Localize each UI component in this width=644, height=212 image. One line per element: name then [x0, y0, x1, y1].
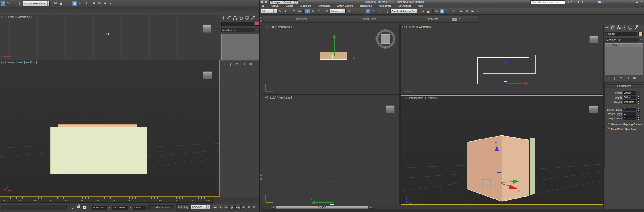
viewport-left[interactable]: [ + ] [ Left ] [ Wireframe ] Y — [262, 95, 399, 205]
select-and-rotate-icon[interactable]: ↻ — [311, 9, 316, 14]
previous-frame-button[interactable]: ◀| — [218, 205, 223, 210]
help-chevron-icon[interactable]: ▾ — [602, 1, 603, 3]
select-object-icon[interactable]: ↖ — [278, 9, 283, 14]
gizmo-z-axis-arrow[interactable] — [506, 63, 506, 83]
param-spinner[interactable]: ▲▼ — [637, 91, 640, 95]
param-spinner[interactable]: ▲▼ — [637, 96, 640, 99]
scene-explorer-icon[interactable]: ▣ — [72, 1, 77, 6]
ribbon-mini-icon[interactable] — [260, 17, 262, 19]
download-icon[interactable]: ↓ — [574, 1, 575, 4]
viewcube[interactable] — [203, 71, 212, 79]
render-setup-icon[interactable]: ▥ — [464, 9, 469, 14]
mirror-icon[interactable]: ⋈ — [53, 1, 58, 6]
schematic-view-icon[interactable]: ⊞ — [83, 1, 88, 6]
viewport-front[interactable]: [ + ] [ Front ] [ Wireframe ] — [0, 15, 220, 60]
key-filter-icon[interactable]: ◉ — [241, 205, 246, 210]
angle-snap-icon[interactable]: ∠ — [365, 9, 370, 14]
object-color-swatch[interactable] — [255, 22, 259, 26]
render-production-icon[interactable]: ● — [108, 1, 113, 6]
z-coordinate-field[interactable]: 0.0cm — [133, 206, 146, 210]
menu-graph-editors[interactable]: Graph Editors — [337, 4, 353, 7]
parameters-rollout-header[interactable]: − Parameters — [605, 84, 643, 88]
viewcube-top-face[interactable]: TOP — [381, 34, 390, 44]
object-name-field[interactable]: Box001 — [605, 32, 637, 36]
rendered-frame-icon[interactable]: ▣ — [102, 1, 107, 6]
search-expand-arrow-icon[interactable]: ▸ — [528, 1, 529, 3]
param-field[interactable]: 1 — [623, 108, 636, 111]
selection-lock-icon[interactable] — [77, 206, 80, 208]
param-spinner[interactable]: ▲▼ — [637, 112, 640, 116]
checkbox-generate-mapping-coords-[interactable]: ✓ — [607, 123, 610, 125]
param-spinner[interactable]: ▲▼ — [637, 116, 640, 120]
chevron-down-icon[interactable]: ▾ — [415, 9, 417, 13]
viewcube[interactable] — [386, 105, 395, 113]
remove-modifier-button[interactable]: ʘ — [625, 76, 630, 80]
reference-coordinate-combo[interactable]: View▾ — [330, 9, 346, 13]
motion-tab-icon[interactable] — [622, 25, 627, 30]
gizmo-x-axis-arrow[interactable] — [506, 83, 525, 84]
display-tab-icon[interactable] — [244, 15, 249, 20]
spinner-down-icon[interactable]: ▼ — [637, 98, 640, 100]
chevron-down-icon[interactable]: ▾ — [255, 28, 259, 32]
restore-button[interactable]: ⊡ — [635, 0, 639, 4]
hierarchy-tab-icon[interactable] — [616, 25, 621, 30]
spinner-up-icon[interactable]: ▲ — [637, 91, 640, 93]
adaptive-degradation-bulb-icon[interactable] — [72, 206, 74, 208]
show-end-result-button[interactable]: ∥ — [612, 76, 617, 80]
modify-tab-icon[interactable] — [610, 25, 615, 30]
named-selection-sets-icon[interactable]: {} — [385, 9, 390, 14]
keyword-search-input[interactable] — [530, 0, 565, 4]
y-coordinate-field[interactable]: 88.255cm — [112, 206, 128, 210]
minimize-button[interactable]: − — [630, 0, 634, 4]
angle-snap-icon[interactable]: ∠ — [1, 1, 6, 6]
make-unique-button[interactable]: ∨ — [619, 76, 623, 80]
viewport-perspective[interactable]: Z Y X [ + ] [ Perspective ] [ Realistic … — [401, 95, 603, 205]
named-selection-sets-icon[interactable]: {} — [17, 1, 22, 6]
param-field[interactable]: 2.999cm — [623, 100, 636, 104]
make-unique-button[interactable]: ∨ — [235, 62, 239, 66]
pin-stack-button[interactable]: ⊣ — [605, 76, 610, 80]
viewcube[interactable] — [589, 36, 598, 43]
viewport-front[interactable]: [ + ] [ Front ] [ Wireframe ] — [401, 25, 603, 94]
spinner-down-icon[interactable]: ▼ — [637, 118, 640, 120]
viewport-front-label[interactable]: [ + ] [ Front ] [ Wireframe ] — [402, 25, 432, 28]
spinner-up-icon[interactable]: ▲ — [637, 116, 640, 118]
quick-access-icon[interactable] — [265, 1, 267, 3]
spinner-up-icon[interactable]: ▲ — [637, 108, 640, 110]
go-to-end-button[interactable]: ▶▶| — [235, 205, 241, 210]
ribbon-mini-icon[interactable] — [260, 20, 262, 22]
rendered-frame-window-icon[interactable]: ▣ — [470, 9, 475, 14]
param-field[interactable]: 2.0cm — [623, 91, 636, 95]
menu-views[interactable]: Views — [271, 4, 279, 7]
box-front-outline[interactable] — [477, 57, 529, 84]
render-production-icon[interactable]: ● — [476, 9, 481, 14]
curve-editor-icon[interactable]: ≈ — [78, 1, 83, 6]
viewport-left-label[interactable]: [ + ] [ Left ] [ Wireframe ] — [264, 96, 292, 99]
ribbon-tab-object-paint[interactable]: Object Paint — [361, 18, 376, 20]
favorites-star-icon[interactable]: ★ — [577, 1, 579, 4]
transform-gizmo-icon[interactable] — [83, 206, 86, 209]
menu-create[interactable]: Create — [286, 4, 293, 7]
gizmo-z-axis-arrow[interactable] — [334, 182, 334, 200]
show-end-result-button[interactable]: ∥ — [228, 62, 233, 66]
align-icon[interactable]: ▄ — [58, 1, 63, 6]
box-front-face[interactable] — [50, 127, 147, 174]
display-tab-icon[interactable] — [628, 25, 633, 30]
configure-modifier-sets-button[interactable]: ▦ — [248, 62, 253, 66]
menu-up[interactable]: up — [262, 4, 264, 7]
viewcube[interactable] — [589, 106, 598, 113]
sign-in-key-icon[interactable]: § — [571, 1, 572, 4]
auto-key-button[interactable]: Auto Key — [176, 204, 190, 211]
viewcube[interactable] — [203, 25, 211, 33]
viewport-top-label[interactable]: [ + ] [ Top ] [ Wireframe ] — [264, 25, 292, 28]
object-name-field[interactable] — [221, 22, 254, 26]
exchange-apps-icon[interactable]: Χ — [581, 1, 583, 4]
key-filter-combo[interactable]: Selected ▾ — [191, 205, 210, 209]
select-and-scale-icon[interactable]: ↗ — [316, 9, 321, 14]
material-editor-icon[interactable]: ◉ — [91, 1, 96, 6]
modifier-list-dropdown[interactable]: Modifier List ▾ — [605, 38, 643, 42]
rollout-collapse-icon[interactable]: − — [606, 85, 608, 88]
title-bar[interactable]: Workspace: Default ▾ Autodesk 3ds Max 20… — [260, 0, 644, 4]
ribbon-tab-populate[interactable]: Populate — [428, 18, 438, 20]
scene-explorer-icon[interactable]: ▣ — [440, 9, 445, 14]
